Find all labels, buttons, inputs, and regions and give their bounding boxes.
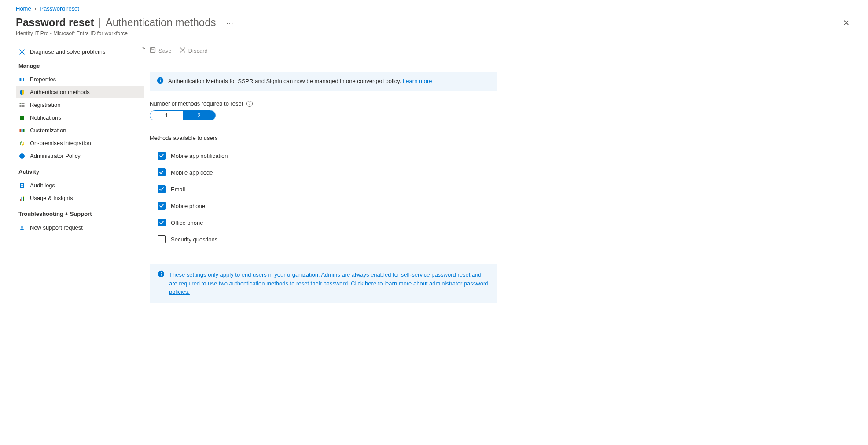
sidebar-item-onprem[interactable]: On-premises integration bbox=[16, 137, 144, 150]
support-icon bbox=[18, 225, 26, 231]
method-row: Mobile phone bbox=[150, 197, 852, 214]
methods-required-option-2[interactable]: 2 bbox=[183, 111, 215, 120]
sidebar-section-heading: Manage bbox=[16, 58, 144, 72]
svg-rect-8 bbox=[22, 129, 23, 132]
method-row: Office phone bbox=[150, 214, 852, 231]
help-icon[interactable]: i bbox=[246, 101, 253, 107]
auth-methods-icon bbox=[18, 89, 26, 95]
info-banner-text: Authentication Methods for SSPR and Sign… bbox=[168, 78, 432, 84]
sidebar-item-label: Properties bbox=[30, 76, 56, 83]
svg-rect-17 bbox=[20, 199, 21, 201]
method-row: Mobile app code bbox=[150, 164, 852, 181]
svg-rect-7 bbox=[20, 129, 21, 132]
svg-point-6 bbox=[22, 119, 22, 120]
svg-point-21 bbox=[21, 226, 23, 228]
info-banner-converged: Authentication Methods for SSPR and Sign… bbox=[150, 72, 497, 91]
method-label: Mobile phone bbox=[171, 203, 205, 209]
save-button[interactable]: Save bbox=[150, 47, 172, 55]
svg-rect-15 bbox=[21, 185, 23, 186]
sidebar-item-customization[interactable]: Customization bbox=[16, 124, 144, 137]
method-row: Mobile app notification bbox=[150, 147, 852, 164]
svg-rect-14 bbox=[21, 184, 23, 185]
method-checkbox[interactable] bbox=[158, 152, 166, 160]
main-content: Save Discard Authentication Methods for … bbox=[150, 45, 852, 303]
save-label: Save bbox=[158, 47, 172, 54]
discard-label: Discard bbox=[188, 47, 208, 54]
sidebar-item-auth-methods[interactable]: Authentication methods bbox=[16, 86, 144, 98]
breadcrumb-home[interactable]: Home bbox=[16, 5, 31, 12]
available-methods-heading: Methods available to users bbox=[150, 135, 852, 141]
sidebar-item-diagnose[interactable]: Diagnose and solve problems bbox=[16, 45, 144, 58]
method-checkbox[interactable] bbox=[158, 168, 166, 176]
diagnose-icon bbox=[18, 49, 26, 55]
sidebar-item-label: Registration bbox=[30, 102, 60, 108]
svg-rect-2 bbox=[23, 78, 25, 81]
notifications-icon bbox=[18, 115, 26, 121]
sidebar-item-label: Authentication methods bbox=[30, 89, 90, 95]
method-checkbox[interactable] bbox=[158, 235, 166, 243]
sidebar-item-label: Diagnose and solve problems bbox=[30, 48, 105, 55]
svg-point-20 bbox=[23, 196, 24, 197]
admin-policy-link[interactable]: These settings only apply to end users i… bbox=[169, 271, 488, 295]
methods-required-toggle: 1 2 bbox=[150, 110, 216, 120]
method-label: Email bbox=[171, 186, 185, 193]
discard-icon bbox=[180, 47, 186, 55]
method-checkbox[interactable] bbox=[158, 185, 166, 193]
method-row: Email bbox=[150, 181, 852, 197]
method-checkbox[interactable] bbox=[158, 202, 166, 210]
collapse-sidebar-icon[interactable]: « bbox=[142, 44, 145, 51]
sidebar-item-label: Administrator Policy bbox=[30, 153, 81, 159]
sidebar-item-admin-policy[interactable]: Administrator Policy bbox=[16, 150, 144, 162]
save-icon bbox=[150, 47, 156, 55]
svg-rect-28 bbox=[161, 274, 162, 276]
close-icon[interactable]: ✕ bbox=[840, 16, 852, 29]
tenant-subtitle: Identity IT Pro - Microsoft Entra ID for… bbox=[16, 30, 234, 36]
admin-policy-icon bbox=[18, 153, 26, 159]
svg-rect-1 bbox=[22, 78, 23, 81]
sidebar: « Diagnose and solve problems ManageProp… bbox=[16, 45, 150, 303]
audit-logs-icon bbox=[18, 182, 26, 189]
svg-rect-25 bbox=[160, 80, 161, 82]
more-actions-icon[interactable]: ⋯ bbox=[226, 19, 234, 28]
svg-rect-23 bbox=[151, 48, 154, 50]
customization-icon bbox=[18, 128, 26, 134]
svg-rect-19 bbox=[23, 197, 24, 201]
method-label: Mobile app code bbox=[171, 169, 213, 176]
methods-required-option-1[interactable]: 1 bbox=[150, 111, 183, 120]
sidebar-item-registration[interactable]: Registration bbox=[16, 98, 144, 111]
info-banner-admins: These settings only apply to end users i… bbox=[150, 264, 497, 303]
sidebar-item-audit-logs[interactable]: Audit logs bbox=[16, 179, 144, 192]
info-icon bbox=[157, 77, 164, 85]
methods-required-label: Number of methods required to reset i bbox=[150, 100, 852, 107]
breadcrumb-current[interactable]: Password reset bbox=[40, 5, 79, 12]
sidebar-item-properties[interactable]: Properties bbox=[16, 73, 144, 86]
svg-rect-0 bbox=[20, 78, 21, 81]
onprem-icon bbox=[18, 140, 26, 146]
toolbar: Save Discard bbox=[150, 45, 852, 59]
sidebar-section-heading: Activity bbox=[16, 162, 144, 178]
svg-rect-18 bbox=[22, 197, 22, 201]
svg-rect-9 bbox=[23, 129, 25, 132]
method-checkbox[interactable] bbox=[158, 219, 166, 226]
info-icon bbox=[158, 270, 165, 279]
properties-icon bbox=[18, 77, 26, 83]
sidebar-section-heading: Troubleshooting + Support bbox=[16, 204, 144, 220]
svg-rect-16 bbox=[21, 186, 23, 187]
svg-point-26 bbox=[160, 79, 161, 80]
page-title: Password reset bbox=[16, 16, 94, 29]
sidebar-item-usage[interactable]: Usage & insights bbox=[16, 192, 144, 204]
learn-more-link[interactable]: Learn more bbox=[403, 78, 432, 84]
breadcrumb: Home › Password reset bbox=[16, 4, 852, 16]
sidebar-item-label: Notifications bbox=[30, 114, 61, 121]
method-label: Mobile app notification bbox=[171, 153, 228, 159]
svg-point-12 bbox=[22, 154, 22, 155]
svg-point-29 bbox=[161, 272, 162, 273]
breadcrumb-separator-icon: › bbox=[35, 6, 37, 11]
svg-point-3 bbox=[20, 103, 20, 103]
sidebar-item-notifications[interactable]: Notifications bbox=[16, 111, 144, 124]
registration-icon bbox=[18, 102, 26, 108]
discard-button[interactable]: Discard bbox=[180, 47, 208, 55]
sidebar-item-support[interactable]: New support request bbox=[16, 221, 144, 234]
method-label: Office phone bbox=[171, 219, 203, 226]
page-subtitle: Authentication methods bbox=[106, 16, 216, 29]
